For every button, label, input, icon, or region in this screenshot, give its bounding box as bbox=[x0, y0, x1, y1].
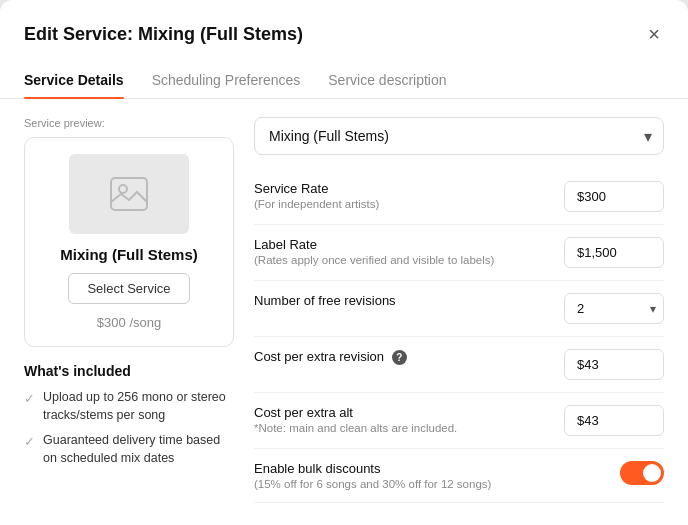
modal-body: Service preview: Mixing (Full Stems) Sel… bbox=[0, 99, 688, 523]
toggle-slider bbox=[620, 461, 664, 485]
bulk-discounts-row: Enable bulk discounts (15% off for 6 son… bbox=[254, 449, 664, 503]
cost-extra-alt-input[interactable] bbox=[564, 405, 664, 436]
service-rate-sublabel: (For independent artists) bbox=[254, 198, 379, 210]
cost-extra-revision-input[interactable] bbox=[564, 349, 664, 380]
tab-service-description[interactable]: Service description bbox=[328, 62, 446, 98]
service-image-placeholder bbox=[69, 154, 189, 234]
service-dropdown-wrapper: Mixing (Full Stems) ▾ bbox=[254, 117, 664, 155]
label-rate-sublabel: (Rates apply once verified and visible t… bbox=[254, 254, 494, 266]
svg-rect-0 bbox=[111, 178, 147, 210]
preview-service-name: Mixing (Full Stems) bbox=[60, 246, 198, 263]
cost-extra-revision-info-icon[interactable]: ? bbox=[392, 350, 407, 365]
label-rate-label: Label Rate bbox=[254, 237, 494, 252]
bulk-discounts-label: Enable bulk discounts bbox=[254, 461, 491, 476]
preview-price: $300 /song bbox=[97, 314, 162, 330]
cost-extra-alt-label: Cost per extra alt bbox=[254, 405, 457, 420]
cost-extra-alt-row: Cost per extra alt *Note: main and clean… bbox=[254, 393, 664, 449]
check-icon-2: ✓ bbox=[24, 433, 35, 451]
service-rate-row: Service Rate (For independent artists) bbox=[254, 169, 664, 225]
edit-service-modal: Edit Service: Mixing (Full Stems) × Serv… bbox=[0, 0, 688, 525]
service-dropdown[interactable]: Mixing (Full Stems) bbox=[254, 117, 664, 155]
left-panel: Service preview: Mixing (Full Stems) Sel… bbox=[24, 117, 234, 503]
check-icon-1: ✓ bbox=[24, 390, 35, 408]
free-revisions-label: Number of free revisions bbox=[254, 293, 396, 308]
included-item-2: ✓ Guaranteed delivery time based on sche… bbox=[24, 432, 234, 467]
cost-extra-revision-row: Cost per extra revision ? bbox=[254, 337, 664, 393]
svg-point-1 bbox=[119, 185, 127, 193]
service-rate-input[interactable] bbox=[564, 181, 664, 212]
preview-label: Service preview: bbox=[24, 117, 234, 129]
free-revisions-select-wrapper: 2 1 3 ▾ bbox=[564, 293, 664, 324]
select-service-button[interactable]: Select Service bbox=[68, 273, 189, 304]
bulk-discounts-sublabel: (15% off for 6 songs and 30% off for 12 … bbox=[254, 478, 491, 490]
tab-scheduling-preferences[interactable]: Scheduling Preferences bbox=[152, 62, 301, 98]
modal-title: Edit Service: Mixing (Full Stems) bbox=[24, 24, 303, 45]
label-rate-row: Label Rate (Rates apply once verified an… bbox=[254, 225, 664, 281]
included-title: What's included bbox=[24, 363, 234, 379]
preview-card: Mixing (Full Stems) Select Service $300 … bbox=[24, 137, 234, 347]
close-button[interactable]: × bbox=[644, 20, 664, 48]
tab-bar: Service Details Scheduling Preferences S… bbox=[0, 62, 688, 99]
modal-header: Edit Service: Mixing (Full Stems) × bbox=[0, 0, 688, 48]
cost-extra-alt-sublabel: *Note: main and clean alts are included. bbox=[254, 422, 457, 434]
included-item-1: ✓ Upload up to 256 mono or stereo tracks… bbox=[24, 389, 234, 424]
right-panel: Mixing (Full Stems) ▾ Service Rate (For … bbox=[254, 117, 664, 503]
free-revisions-select[interactable]: 2 1 3 bbox=[564, 293, 664, 324]
label-rate-input[interactable] bbox=[564, 237, 664, 268]
service-rate-label: Service Rate bbox=[254, 181, 379, 196]
whats-included-section: What's included ✓ Upload up to 256 mono … bbox=[24, 363, 234, 467]
tab-service-details[interactable]: Service Details bbox=[24, 62, 124, 98]
free-revisions-row: Number of free revisions 2 1 3 ▾ bbox=[254, 281, 664, 337]
cost-extra-revision-label: Cost per extra revision ? bbox=[254, 349, 407, 365]
bulk-discounts-toggle[interactable] bbox=[620, 461, 664, 485]
